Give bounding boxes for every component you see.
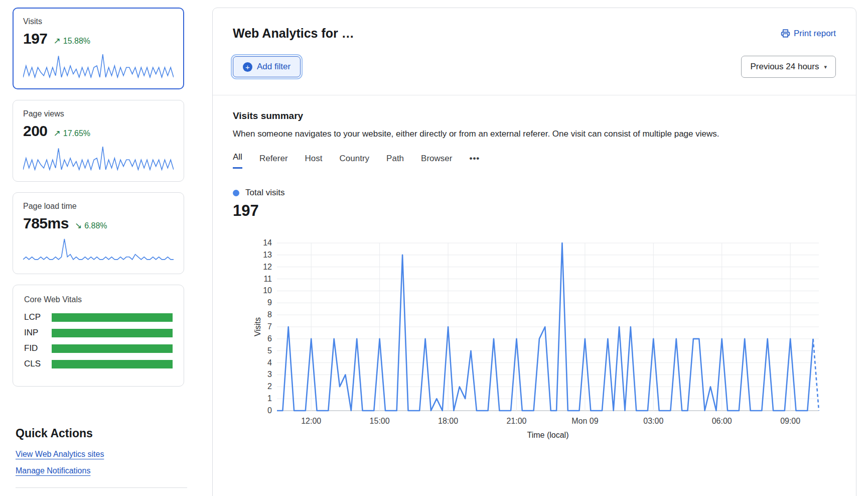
tab-host[interactable]: Host <box>305 154 323 169</box>
delta-percent: 6.88% <box>84 221 107 230</box>
svg-text:Time (local): Time (local) <box>527 431 569 439</box>
visits-sparkline <box>23 52 174 78</box>
cwv-row-cls: CLS <box>24 359 173 369</box>
svg-text:2: 2 <box>267 382 272 391</box>
svg-text:12:00: 12:00 <box>301 417 321 425</box>
metric-delta: ↘ 6.88% <box>75 220 107 231</box>
svg-text:1: 1 <box>267 394 272 403</box>
main-panel: Web Analytics for … Print report + Add f… <box>212 8 856 496</box>
svg-text:4: 4 <box>267 358 272 367</box>
chart-legend: Total visits <box>233 188 836 198</box>
metric-value: 200 <box>23 122 48 140</box>
cwv-row-fid: FID <box>24 343 173 353</box>
metric-card-page-views[interactable]: Page views 200 ↗ 17.65% <box>13 100 184 182</box>
cwv-metric-label: FID <box>24 343 52 353</box>
print-report-link[interactable]: Print report <box>781 29 836 39</box>
cwv-row-inp: INP <box>24 328 173 338</box>
quick-actions-links: View Web Analytics sitesManage Notificat… <box>16 450 184 483</box>
delta-percent: 15.88% <box>63 37 90 46</box>
legend-label: Total visits <box>245 188 284 198</box>
svg-text:5: 5 <box>267 346 272 355</box>
core-web-vitals-rows: LCP INP FID CLS <box>24 312 173 369</box>
sidebar: Visits 197 ↗ 15.88% Page views 200 ↗ 17.… <box>13 8 184 488</box>
metric-value: 785ms <box>23 215 69 232</box>
svg-text:Visits: Visits <box>254 317 262 336</box>
divider <box>16 487 187 488</box>
svg-text:3: 3 <box>267 370 272 379</box>
svg-text:6: 6 <box>267 334 272 343</box>
chevron-down-icon: ▾ <box>824 64 827 70</box>
svg-text:21:00: 21:00 <box>506 417 526 425</box>
quick-actions-title: Quick Actions <box>16 427 184 440</box>
metric-card-visits[interactable]: Visits 197 ↗ 15.88% <box>13 8 184 89</box>
cwv-row-lcp: LCP <box>24 312 173 322</box>
svg-text:09:00: 09:00 <box>780 417 800 425</box>
svg-text:12: 12 <box>263 263 272 271</box>
svg-text:18:00: 18:00 <box>438 417 458 425</box>
print-report-label: Print report <box>794 29 836 39</box>
svg-text:0: 0 <box>267 406 272 415</box>
metric-label: Page load time <box>23 202 174 211</box>
tab-country[interactable]: Country <box>340 154 370 169</box>
time-range-label: Previous 24 hours <box>750 62 819 72</box>
cwv-metric-bar <box>52 313 173 322</box>
legend-dot-icon <box>233 190 239 196</box>
plus-circle-icon: + <box>243 62 252 72</box>
cwv-metric-bar <box>52 360 173 368</box>
metric-label: Page views <box>23 109 174 118</box>
page-views-sparkline <box>23 145 174 171</box>
add-filter-button[interactable]: + Add filter <box>233 56 301 77</box>
trend-up-icon: ↗ <box>54 36 61 46</box>
core-web-vitals-card[interactable]: Core Web Vitals LCP INP FID CLS <box>13 285 184 387</box>
add-filter-label: Add filter <box>257 62 291 72</box>
time-range-dropdown[interactable]: Previous 24 hours ▾ <box>741 56 836 78</box>
svg-text:03:00: 03:00 <box>643 417 663 425</box>
cwv-metric-label: CLS <box>24 359 52 369</box>
metric-card-page-load-time[interactable]: Page load time 785ms ↘ 6.88% <box>13 192 184 274</box>
summary-title: Visits summary <box>233 110 836 121</box>
page-load-sparkline <box>23 237 174 263</box>
svg-text:11: 11 <box>263 275 272 283</box>
tab-referer[interactable]: Referer <box>259 154 288 169</box>
tab-more-ellipsis[interactable]: ••• <box>469 154 480 169</box>
svg-text:9: 9 <box>267 298 272 307</box>
svg-text:10: 10 <box>263 286 272 295</box>
delta-percent: 17.65% <box>63 129 90 138</box>
quick-action-link[interactable]: View Web Analytics sites <box>16 450 104 458</box>
summary-tabs: AllRefererHostCountryPathBrowser••• <box>233 152 836 169</box>
tab-browser[interactable]: Browser <box>421 154 452 169</box>
visits-summary-section: Visits summary When someone navigates to… <box>213 95 856 444</box>
quick-action-link[interactable]: Manage Notifications <box>16 467 90 475</box>
metric-value: 197 <box>23 30 48 47</box>
core-web-vitals-title: Core Web Vitals <box>24 295 173 304</box>
metric-label: Visits <box>23 17 174 26</box>
svg-text:8: 8 <box>267 310 272 319</box>
trend-down-icon: ↘ <box>75 220 82 231</box>
cwv-metric-bar <box>52 344 173 353</box>
printer-icon <box>781 29 790 38</box>
quick-actions: Quick Actions View Web Analytics sitesMa… <box>13 427 184 488</box>
line-chart-svg: 0123456789101112131412:0015:0018:0021:00… <box>254 237 826 442</box>
trend-up-icon: ↗ <box>54 128 61 139</box>
cwv-metric-label: INP <box>24 328 52 338</box>
tab-all[interactable]: All <box>233 152 242 169</box>
metric-delta: ↗ 15.88% <box>54 36 91 46</box>
svg-text:13: 13 <box>263 251 272 259</box>
page-title: Web Analytics for … <box>233 26 354 41</box>
visits-chart: 0123456789101112131412:0015:0018:0021:00… <box>233 237 836 444</box>
svg-text:14: 14 <box>263 238 272 247</box>
tab-path[interactable]: Path <box>386 154 404 169</box>
cwv-metric-bar <box>52 329 173 337</box>
svg-text:06:00: 06:00 <box>712 417 732 425</box>
svg-text:Mon 09: Mon 09 <box>571 417 598 425</box>
summary-description: When someone navigates to your website, … <box>233 129 836 139</box>
metric-delta: ↗ 17.65% <box>54 128 91 139</box>
total-visits-value: 197 <box>233 202 836 220</box>
cwv-metric-label: LCP <box>24 312 52 322</box>
svg-text:15:00: 15:00 <box>370 417 390 425</box>
svg-text:7: 7 <box>267 322 272 331</box>
